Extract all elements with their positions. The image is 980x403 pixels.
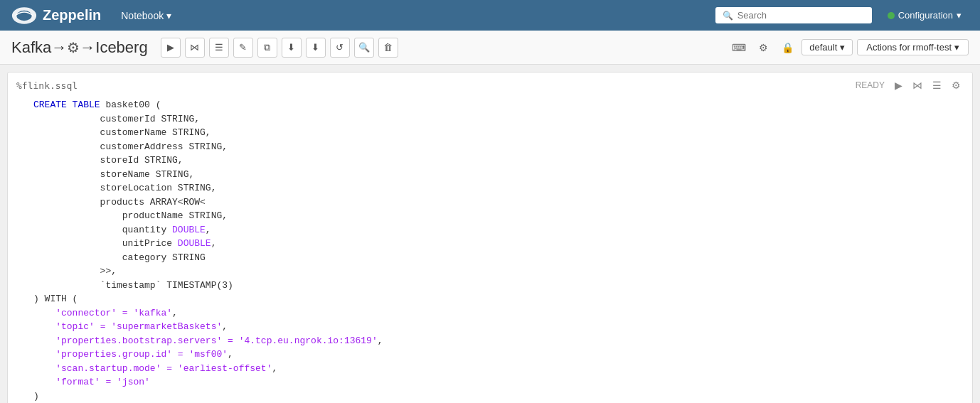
actions-arrow: ▾ [954, 42, 959, 53]
config-arrow: ▾ [957, 10, 962, 21]
cell-settings-icon[interactable]: ⚙ [949, 78, 964, 92]
keyboard-button[interactable]: ⌨ [729, 38, 749, 58]
export-input-icon: ⬇ [287, 42, 295, 53]
zeppelin-logo [11, 6, 37, 26]
cell-list-icon[interactable]: ☰ [930, 78, 944, 92]
delete-button[interactable]: 🗑 [378, 38, 398, 58]
str-connector: 'connector' = 'kafka' [55, 308, 172, 318]
run-all-icon: ⋈ [190, 42, 199, 53]
export-input-button[interactable]: ⬇ [282, 38, 302, 58]
run-all-button[interactable]: ⋈ [185, 38, 205, 58]
search-input[interactable] [737, 10, 865, 21]
search-icon: 🔍 [723, 11, 733, 21]
default-dropdown[interactable]: default ▾ [801, 39, 853, 55]
run-icon: ▶ [167, 42, 174, 53]
cell-language: %flink.ssql [16, 80, 78, 91]
keyword-double-2: DOUBLE [178, 238, 211, 249]
cell-header: %flink.ssql READY ▶ ⋈ ☰ ⚙ [8, 72, 972, 95]
run-button[interactable]: ▶ [161, 38, 181, 58]
actions-button[interactable]: Actions for rmoff-test ▾ [857, 39, 969, 55]
export-output-button[interactable]: ⬇ [306, 38, 326, 58]
notebook-label: Notebook [121, 10, 164, 21]
config-status-dot [888, 12, 895, 19]
show-hide-icon: ☰ [215, 42, 223, 53]
search-button[interactable]: 🔍 [354, 38, 374, 58]
toolbar-right: ⌨ ⚙ 🔒 default ▾ Actions for rmoff-test ▾ [729, 38, 969, 58]
code-editor[interactable]: CREATE TABLE basket00 ( customerId STRIN… [8, 95, 972, 403]
lock-button[interactable]: 🔒 [777, 38, 797, 58]
settings-icon: ⚙ [759, 42, 768, 53]
main-content: %flink.ssql READY ▶ ⋈ ☰ ⚙ CREATE TABLE b… [7, 72, 973, 403]
keyboard-icon: ⌨ [732, 42, 746, 53]
cell-stop-icon[interactable]: ⋈ [910, 78, 925, 92]
edit-icon: ✎ [239, 42, 247, 53]
brand-logo-link[interactable]: Zeppelin [11, 6, 101, 26]
str-topic: 'topic' = 'supermarketBaskets' [55, 321, 222, 332]
edit-button[interactable]: ✎ [233, 38, 253, 58]
settings-button[interactable]: ⚙ [753, 38, 773, 58]
config-menu[interactable]: Configuration ▾ [880, 7, 969, 23]
refresh-button[interactable]: ↺ [330, 38, 350, 58]
default-arrow: ▾ [840, 42, 845, 53]
export-output-icon: ⬇ [311, 42, 319, 53]
toolbar-search-icon: 🔍 [358, 42, 370, 53]
navbar: Zeppelin Notebook ▾ 🔍 Configuration ▾ [0, 0, 980, 31]
keyword-create-table: CREATE TABLE [33, 100, 100, 110]
code-cell: %flink.ssql READY ▶ ⋈ ☰ ⚙ CREATE TABLE b… [8, 72, 972, 403]
search-box[interactable]: 🔍 [715, 7, 872, 23]
notebook-arrow: ▾ [166, 10, 171, 21]
actions-label: Actions for rmoff-test [866, 42, 952, 53]
default-label: default [809, 42, 837, 53]
keyword-double-1: DOUBLE [172, 225, 206, 235]
str-startup-mode: 'scan.startup.mode' = 'earliest-offset' [55, 363, 272, 374]
page-toolbar: Kafka→⚙→Iceberg ▶ ⋈ ☰ ✎ ⧉ ⬇ ⬇ ↺ 🔍 🗑 ⌨ ⚙ … [0, 31, 980, 65]
clone-icon: ⧉ [264, 42, 270, 53]
lock-icon: 🔒 [782, 42, 794, 53]
config-label: Configuration [898, 10, 953, 21]
title-text: Kafka→⚙→Iceberg [11, 38, 148, 57]
str-format: 'format' = 'json' [55, 377, 150, 387]
clone-button[interactable]: ⧉ [257, 38, 277, 58]
cell-status: READY [856, 80, 885, 90]
refresh-icon: ↺ [336, 42, 343, 53]
page-title: Kafka→⚙→Iceberg [11, 38, 148, 57]
str-bootstrap: 'properties.bootstrap.servers' = '4.tcp.… [55, 335, 377, 346]
delete-icon: 🗑 [383, 42, 393, 53]
show-hide-button[interactable]: ☰ [209, 38, 229, 58]
gear-icon: ⚙ [67, 40, 80, 55]
brand-name: Zeppelin [43, 7, 101, 23]
cell-run-icon[interactable]: ▶ [892, 78, 905, 92]
str-group-id: 'properties.group.id' = 'msf00' [55, 349, 228, 360]
notebook-menu[interactable]: Notebook ▾ [115, 7, 177, 24]
cell-controls: READY ▶ ⋈ ☰ ⚙ [856, 78, 964, 92]
